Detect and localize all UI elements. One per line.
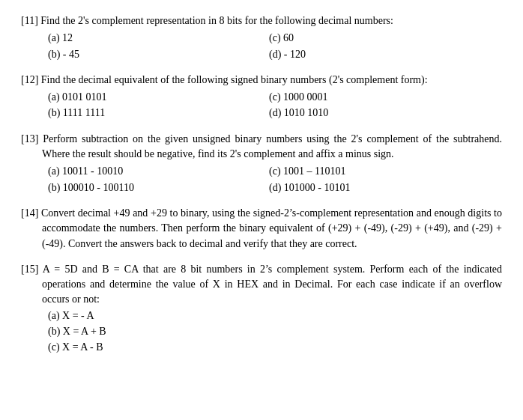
problem-11-items: (a) 12 (b) - 45 (c) 60 (d) - 120 (21, 30, 502, 62)
problem-14-header: [14] Convert decimal +49 and +29 to bina… (21, 206, 502, 252)
problem-15: [15] A = 5D and B = CA that are 8 bit nu… (21, 262, 502, 356)
list-item: (b) 100010 - 100110 (48, 180, 262, 195)
problem-11: [11] Find the 2's complement representat… (21, 13, 502, 62)
problem-12-items: (a) 0101 0101 (b) 1111 1111 (c) 1000 000… (21, 89, 502, 121)
problem-12-header: [12] Find the decimal equivalent of the … (21, 73, 502, 88)
problem-12-right: (c) 1000 0001 (d) 1010 1010 (262, 89, 502, 121)
problem-11-header: [11] Find the 2's complement representat… (21, 13, 502, 28)
problem-13-header: [13] Perform subtraction on the given un… (21, 132, 502, 162)
problem-12: [12] Find the decimal equivalent of the … (21, 73, 502, 121)
problem-11-right: (c) 60 (d) - 120 (262, 30, 502, 62)
list-item: (c) X = A - B (48, 340, 502, 355)
problem-11-left: (a) 12 (b) - 45 (21, 30, 262, 62)
problem-13-right: (c) 1001 – 110101 (d) 101000 - 10101 (262, 163, 502, 195)
list-item: (b) X = A + B (48, 324, 502, 339)
problem-15-header: [15] A = 5D and B = CA that are 8 bit nu… (21, 262, 502, 308)
list-item: (b) - 45 (48, 47, 262, 62)
list-item: (c) 1001 – 110101 (269, 164, 502, 179)
list-item: (a) 12 (48, 31, 262, 46)
problem-13-items: (a) 10011 - 10010 (b) 100010 - 100110 (c… (21, 163, 502, 195)
list-item: (a) X = - A (48, 308, 502, 323)
list-item: (a) 10011 - 10010 (48, 164, 262, 179)
list-item: (c) 60 (269, 31, 502, 46)
list-item: (d) 1010 1010 (269, 106, 502, 121)
problem-12-left: (a) 0101 0101 (b) 1111 1111 (21, 89, 262, 121)
list-item: (a) 0101 0101 (48, 90, 262, 105)
problem-13-left: (a) 10011 - 10010 (b) 100010 - 100110 (21, 163, 262, 195)
page-content: [11] Find the 2's complement representat… (21, 13, 502, 356)
list-item: (c) 1000 0001 (269, 90, 502, 105)
list-item: (d) 101000 - 10101 (269, 180, 502, 195)
list-item: (d) - 120 (269, 47, 502, 62)
problem-13: [13] Perform subtraction on the given un… (21, 132, 502, 195)
problem-15-items: (a) X = - A (b) X = A + B (c) X = A - B (21, 308, 502, 356)
list-item: (b) 1111 1111 (48, 106, 262, 121)
problem-14: [14] Convert decimal +49 and +29 to bina… (21, 206, 502, 252)
